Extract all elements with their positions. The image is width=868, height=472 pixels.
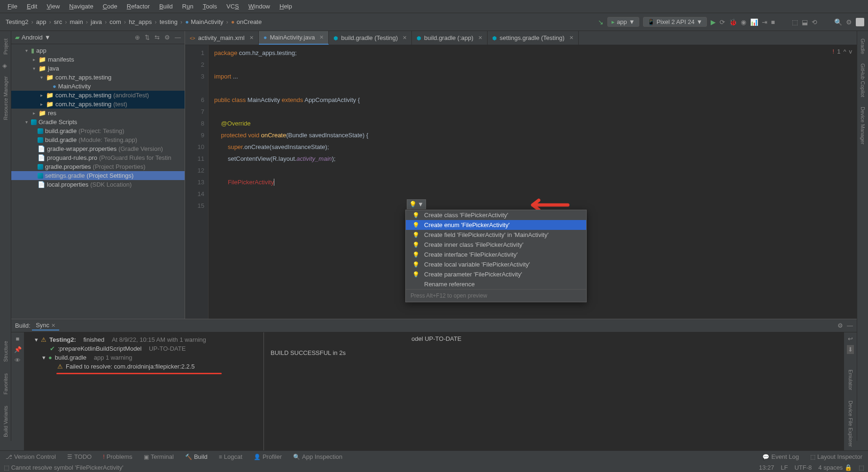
tree-mainactivity[interactable]: ●MainActivity [11,82,185,91]
tool-structure[interactable]: Structure [3,337,8,366]
tab-build-gradle-app[interactable]: build.gradle (:app)✕ [412,31,488,45]
make-icon[interactable]: ↘ [598,18,604,26]
close-icon[interactable]: ✕ [569,35,574,41]
menu-run[interactable]: Run [178,2,197,11]
hide-icon[interactable]: — [847,322,853,329]
menu-refactor[interactable]: Refactor [123,2,154,11]
settings-icon[interactable]: ⚙ [164,34,170,41]
crumb[interactable]: com [108,17,123,26]
device-selector[interactable]: 📱Pixel 2 API 24▼ [643,17,707,27]
profile-icon[interactable]: 📊 [750,18,758,26]
tool-device-manager[interactable]: Device Manager [860,103,866,148]
tool-github-copilot[interactable]: GitHub Copilot [860,60,866,101]
menu-vcs[interactable]: VCS [223,2,243,11]
menu-tools[interactable]: Tools [199,2,221,11]
tree-app[interactable]: ▾▮app [11,46,185,55]
tab-activity-main[interactable]: activity_main.xml✕ [185,31,259,45]
tree-res[interactable]: ▸📁res [11,109,185,118]
build-output[interactable]: odel UP-TO-DATE BUILD SUCCESSFUL in 2s [264,332,844,450]
build-row-error[interactable]: ⚠Failed to resolve: com.droidninja:filep… [27,362,261,371]
tree-pkg-test[interactable]: ▸📁com.hz_apps.testing (test) [11,100,185,109]
tree-settings-gradle[interactable]: settings.gradle (Project Settings) [11,171,185,180]
tree-build-gradle-module[interactable]: build.gradle (Module: Testing.app) [11,135,185,144]
menu-help[interactable]: Help [276,2,296,11]
run-config-selector[interactable]: ▸app▼ [607,17,639,27]
error-indicator[interactable]: !1^v [833,48,852,55]
popup-item[interactable]: 💡Create class 'FilePickerActivity' [406,210,586,220]
tree-manifests[interactable]: ▸📁manifests [11,55,185,64]
popup-item[interactable]: 💡Rename reference [406,279,586,289]
tool-logcat[interactable]: ≡ Logcat [217,452,244,461]
run-icon[interactable]: ▶ [711,18,716,26]
status-lock-icon[interactable]: ⬚ [859,464,864,471]
tree-local-props[interactable]: 📄local.properties (SDK Location) [11,180,185,189]
popup-item[interactable]: 💡Create local variable 'FilePickerActivi… [406,260,586,269]
target-icon[interactable]: ⊕ [135,34,140,41]
scroll-end-icon[interactable]: ⬇ [847,345,854,354]
coverage-icon[interactable]: ◉ [741,18,746,26]
sidebar-view-selector[interactable]: ▰Android▼ [15,34,51,41]
menu-code[interactable]: Code [99,2,121,11]
sync-icon[interactable]: ⟲ [812,18,817,26]
crumb[interactable]: testing [158,17,179,26]
tool-build[interactable]: 🔨 Build [183,452,209,461]
expand-icon[interactable]: ⇆ [155,34,160,41]
intention-bulb[interactable]: 💡▼ [407,199,426,209]
tree-java[interactable]: ▾📁java [11,64,185,73]
search-icon[interactable]: 🔍 [834,18,842,26]
build-row[interactable]: ✔:prepareKotlinBuildScriptModel UP-TO-DA… [27,344,261,353]
menu-view[interactable]: View [43,2,63,11]
status-indent[interactable]: 4 spaces 🔒 [818,464,852,471]
crumb[interactable]: app [34,17,48,26]
tool-profiler[interactable]: 👤 Profiler [252,452,284,461]
avd-icon[interactable]: ⬚ [792,18,798,26]
crumb[interactable]: Testing2 [4,17,30,26]
hide-icon[interactable]: — [175,34,181,41]
crumb-class[interactable]: MainActivity [183,17,225,26]
view-icon[interactable]: 👁 [15,357,21,364]
settings-icon[interactable]: ⚙ [846,18,852,26]
pin-icon[interactable]: 📌 [14,346,22,353]
tree-pkg[interactable]: ▾📁com.hz_apps.testing [11,73,185,82]
close-icon[interactable]: ✕ [403,35,407,41]
sdk-icon[interactable]: ⬓ [802,18,808,26]
tool-gradle[interactable]: Gradle [860,35,866,58]
tool-app-inspection[interactable]: 🔍 App Inspection [291,452,344,461]
stop-icon[interactable]: ■ [16,335,20,342]
popup-item[interactable]: 💡Create parameter 'FilePickerActivity' [406,269,586,279]
menu-window[interactable]: Window [245,2,274,11]
menu-edit[interactable]: Edit [23,2,41,11]
build-tab-sync[interactable]: Sync✕ [32,321,59,330]
tool-favorites[interactable]: Favorites [3,370,8,398]
tool-device-file-explorer[interactable]: Device File Explorer [848,397,853,450]
apply-changes-icon[interactable]: ⟳ [720,18,725,26]
attach-debugger-icon[interactable]: ⇥ [762,18,767,26]
tool-layout-inspector[interactable]: ⬚ Layout Inspector [808,452,864,461]
crumb[interactable]: main [68,17,85,26]
tab-build-gradle-testing[interactable]: build.gradle (Testing)✕ [329,31,412,45]
menu-navigate[interactable]: Navigate [65,2,97,11]
close-icon[interactable]: ✕ [319,34,324,40]
tab-mainactivity[interactable]: MainActivity.java✕ [259,31,329,45]
tree-proguard[interactable]: 📄proguard-rules.pro (ProGuard Rules for … [11,153,185,162]
close-icon[interactable]: ✕ [249,35,254,41]
tree-pkg-androidtest[interactable]: ▸📁com.hz_apps.testing (androidTest) [11,91,185,100]
crumb[interactable]: java [89,17,104,26]
tree-gradle-scripts[interactable]: ▾Gradle Scripts [11,118,185,126]
popup-item[interactable]: 💡Create inner class 'FilePickerActivity' [406,240,586,250]
tool-project[interactable]: Project [3,35,8,58]
tool-terminal[interactable]: ▣ Terminal [142,452,176,461]
collapse-icon[interactable]: ⇅ [145,34,150,41]
avatar-icon[interactable] [856,18,864,26]
settings-icon[interactable]: ⚙ [837,322,843,329]
tab-settings-gradle[interactable]: settings.gradle (Testing)✕ [488,31,579,45]
status-line-sep[interactable]: LF [781,464,788,471]
crumb-method[interactable]: onCreate [229,17,264,26]
status-encoding[interactable]: UTF-8 [794,464,812,471]
menu-file[interactable]: File [4,2,21,11]
close-icon[interactable]: ✕ [51,323,55,328]
stop-icon[interactable]: ■ [771,18,775,26]
crumb[interactable]: hz_apps [127,17,154,26]
popup-item[interactable]: 💡Create field 'FilePickerActivity' in 'M… [406,230,586,240]
crumb[interactable]: src [52,17,64,26]
